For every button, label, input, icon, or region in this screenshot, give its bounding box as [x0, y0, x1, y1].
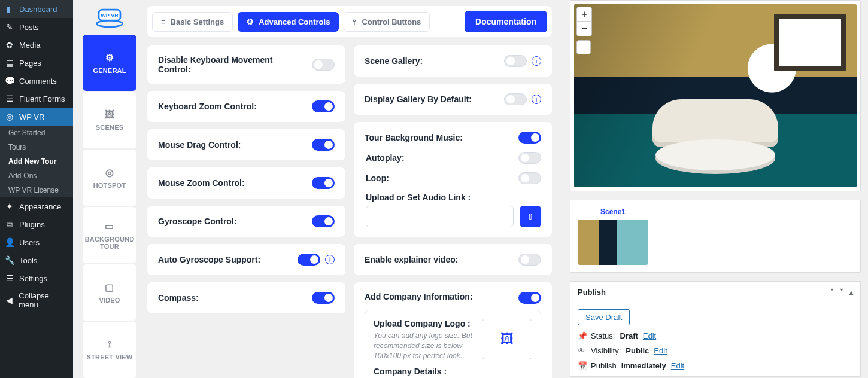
- sidebar-item-label: Plugins: [19, 220, 45, 229]
- calendar-icon: 📅: [578, 361, 586, 370]
- tab-label: Basic Settings: [171, 17, 224, 26]
- sliders-icon: ⚙: [247, 17, 254, 26]
- control-disable-keyboard-movement-control: Disable Keyboard Movement Control:: [147, 45, 345, 84]
- vtab-background-tour[interactable]: ▭BACKGROUND TOUR: [83, 207, 136, 263]
- toggle-gyroscope-control[interactable]: [312, 215, 335, 227]
- display-gallery-default-control: Display Gallery By Default: i: [354, 84, 552, 115]
- control-label: Tour Background Music:: [365, 133, 463, 142]
- edit-schedule-link[interactable]: Edit: [671, 361, 684, 370]
- sidebar-item-users[interactable]: 👤Users: [0, 233, 73, 251]
- sidebar-item-pages[interactable]: ▤Pages: [0, 54, 73, 72]
- bg-music-toggle[interactable]: [518, 132, 541, 144]
- preview-canvas[interactable]: [574, 4, 857, 187]
- control-label: Compass:: [158, 293, 199, 303]
- menu-icon: ▤: [5, 58, 14, 68]
- sidebar-item-fluent-forms[interactable]: ☰Fluent Forms: [0, 90, 73, 108]
- vtab-video[interactable]: ▢VIDEO: [83, 264, 136, 321]
- control-label: Upload or Set Audio Link :: [366, 193, 541, 202]
- tab-advanced-controls[interactable]: ⚙ Advanced Controls: [238, 12, 339, 32]
- menu-icon: ◀: [5, 295, 14, 305]
- vtab-scenes[interactable]: 🖼SCENES: [83, 92, 136, 148]
- sidebar-item-dashboard[interactable]: ◧Dashboard: [0, 0, 73, 18]
- toggle-keyboard-zoom-control[interactable]: [312, 100, 335, 112]
- zoom-out-button[interactable]: −: [577, 22, 591, 36]
- info-icon[interactable]: i: [325, 255, 335, 264]
- move-up-button[interactable]: ˄: [830, 288, 834, 297]
- zoom-in-button[interactable]: +: [577, 7, 591, 22]
- toggle-mouse-zoom-control[interactable]: [312, 177, 335, 189]
- status-row: 📌 Status: Draft Edit: [578, 331, 853, 340]
- visibility-row: 👁 Visibility: Public Edit: [578, 346, 853, 355]
- tab-control-buttons[interactable]: ⫯ Control Buttons: [344, 12, 430, 32]
- company-info-control: Add Company Information: Upload Company …: [354, 282, 552, 378]
- sidebar-item-label: Comments: [19, 77, 57, 86]
- control-label: Disable Keyboard Movement Control:: [158, 55, 305, 74]
- control-label: Loop:: [366, 173, 389, 183]
- vtab-icon: ▢: [105, 282, 114, 293]
- sidebar-item-appearance[interactable]: ✦Appearance: [0, 197, 73, 215]
- vtab-label: SCENES: [96, 124, 123, 131]
- info-icon[interactable]: i: [532, 56, 541, 66]
- control-label: Auto Gyroscope Support:: [158, 255, 260, 264]
- wp-admin-sidebar: ◧Dashboard✎Posts✿Media▤Pages💬Comments☰Fl…: [0, 0, 73, 378]
- toggle-mouse-drag-control[interactable]: [312, 139, 335, 151]
- sidebar-item-label: Settings: [19, 274, 47, 283]
- tab-basic-settings[interactable]: ≡ Basic Settings: [152, 12, 233, 32]
- audio-link-input[interactable]: [366, 206, 514, 227]
- info-icon[interactable]: i: [532, 94, 541, 104]
- autoplay-toggle[interactable]: [518, 152, 541, 164]
- edit-status-link[interactable]: Edit: [643, 331, 656, 340]
- sidebar-item-media[interactable]: ✿Media: [0, 36, 73, 54]
- scene-gallery-toggle[interactable]: [504, 55, 527, 67]
- sidebar-item-wpvr[interactable]: ◎ WP VR: [0, 108, 73, 126]
- vtab-icon: ⟟: [108, 339, 111, 350]
- sidebar-subitem-tours[interactable]: Tours: [0, 140, 73, 154]
- display-gallery-default-toggle[interactable]: [504, 93, 527, 105]
- control-label: Scene Gallery:: [365, 56, 423, 66]
- upload-audio-button[interactable]: ⇧: [520, 206, 541, 227]
- explainer-toggle[interactable]: [518, 254, 541, 266]
- sidebar-item-label: Add-Ons: [8, 172, 37, 180]
- edit-visibility-link[interactable]: Edit: [654, 346, 667, 355]
- fullscreen-button[interactable]: ⛶: [576, 40, 591, 54]
- sidebar-item-tools[interactable]: 🔧Tools: [0, 251, 73, 269]
- settings-tabbar: ≡ Basic Settings ⚙ Advanced Controls ⫯ C…: [147, 6, 552, 37]
- toggle-disable-keyboard-movement-control[interactable]: [312, 59, 335, 71]
- pin-icon: 📌: [578, 331, 586, 340]
- sidebar-subitem-get-started[interactable]: Get Started: [0, 126, 73, 140]
- eye-icon: 👁: [578, 346, 586, 355]
- sidebar-subitem-add-new-tour[interactable]: Add New Tour: [0, 154, 73, 169]
- sidebar-item-label: Media: [19, 41, 40, 50]
- control-label: Add Company Information:: [365, 292, 472, 301]
- control-label: Enable explainer video:: [365, 255, 458, 264]
- vtab-hotspot[interactable]: ◎HOTSPOT: [83, 150, 136, 206]
- move-down-button[interactable]: ˅: [840, 288, 843, 297]
- fullscreen-icon: ⛶: [580, 43, 587, 51]
- loop-toggle[interactable]: [518, 172, 541, 184]
- toggle-compass[interactable]: [312, 292, 335, 304]
- scene-thumbnail: [578, 220, 648, 265]
- documentation-button[interactable]: Documentation: [465, 11, 547, 32]
- sidebar-item-settings[interactable]: ☰Settings: [0, 269, 73, 287]
- vtab-general[interactable]: ⚙GENERAL: [83, 35, 136, 91]
- company-info-toggle[interactable]: [518, 292, 541, 304]
- sidebar-subitem-wp-vr-license[interactable]: WP VR License: [0, 183, 73, 197]
- tab-label: Advanced Controls: [259, 17, 330, 26]
- sidebar-item-plugins[interactable]: ⧉Plugins: [0, 215, 73, 233]
- control-auto-gyroscope-support: Auto Gyroscope Support:i: [147, 244, 345, 275]
- sidebar-item-collapse-menu[interactable]: ◀Collapse menu: [0, 287, 73, 313]
- toggle-auto-gyroscope-support[interactable]: [298, 254, 320, 266]
- save-draft-button[interactable]: Save Draft: [578, 309, 630, 325]
- sidebar-item-posts[interactable]: ✎Posts: [0, 18, 73, 36]
- toggle-panel-button[interactable]: ▴: [849, 288, 853, 297]
- vtab-street-view[interactable]: ⟟STREET VIEW: [83, 322, 136, 378]
- menu-icon: ☰: [5, 273, 14, 283]
- sidebar-item-label: Posts: [19, 23, 39, 32]
- control-label: Mouse Drag Control:: [158, 140, 241, 150]
- sidebar-item-label: Users: [19, 238, 40, 247]
- sidebar-subitem-add-ons[interactable]: Add-Ons: [0, 169, 73, 183]
- scene-card[interactable]: Scene1: [578, 208, 648, 265]
- menu-icon: ✿: [5, 40, 14, 50]
- logo-upload-dropzone[interactable]: 🖼: [482, 319, 532, 359]
- sidebar-item-comments[interactable]: 💬Comments: [0, 72, 73, 90]
